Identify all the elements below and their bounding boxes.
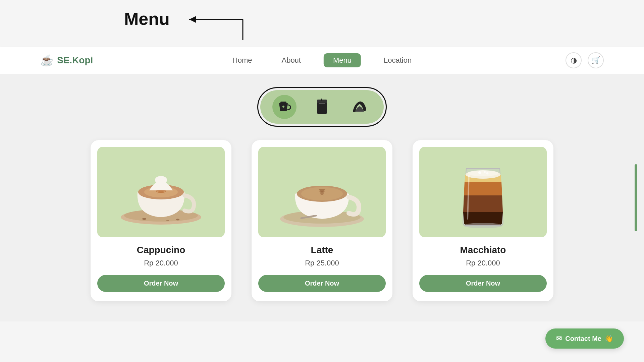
svg-point-27 — [464, 223, 502, 228]
svg-point-15 — [176, 219, 179, 221]
product-image-wrapper-cappucino — [97, 147, 225, 237]
svg-point-23 — [468, 170, 498, 176]
main-content: Cappucino Rp 20.000 Order Now — [0, 74, 644, 321]
nav-location[interactable]: Location — [377, 53, 418, 67]
svg-point-4 — [282, 106, 284, 108]
annotation-arrow-svg — [176, 10, 250, 40]
navbar: ☕ SE.Kopi Home About Menu Location ◑ 🛒 — [0, 47, 644, 74]
product-name-latte: Latte — [311, 245, 333, 255]
cappucino-image — [97, 152, 225, 232]
contact-mail-icon: ✉ — [556, 335, 562, 343]
svg-point-13 — [155, 176, 167, 184]
product-image-wrapper-latte — [258, 147, 386, 237]
cold-drink-icon — [315, 98, 329, 116]
order-button-cappucino[interactable]: Order Now — [97, 275, 225, 292]
cart-button[interactable]: 🛒 — [588, 52, 604, 68]
scroll-indicator — [635, 164, 637, 231]
category-coffee-button[interactable] — [272, 95, 297, 119]
latte-image — [258, 152, 386, 232]
product-image-wrapper-macchiato — [419, 147, 547, 237]
svg-point-25 — [484, 171, 486, 173]
logo-text: SE.Kopi — [57, 55, 93, 66]
macchiato-image — [419, 148, 547, 236]
product-card-cappucino: Cappucino Rp 20.000 Order Now — [91, 140, 231, 301]
product-name-macchiato: Macchiato — [460, 245, 506, 255]
svg-rect-8 — [319, 103, 325, 104]
coffee-cup-icon — [276, 99, 292, 115]
theme-toggle-button[interactable]: ◑ — [566, 52, 582, 68]
contact-label: Contact Me — [565, 335, 601, 343]
product-card-macchiato: Macchiato Rp 20.000 Order Now — [413, 140, 553, 301]
contact-me-button[interactable]: ✉ Contact Me 👋 — [545, 328, 624, 349]
contact-emoji: 👋 — [605, 335, 613, 343]
svg-point-14 — [142, 218, 146, 220]
nav-home[interactable]: Home — [226, 53, 259, 67]
annotation-text: Menu — [124, 10, 170, 27]
nav-about[interactable]: About — [275, 53, 308, 67]
product-card-latte: Latte Rp 25.000 Order Now — [252, 140, 392, 301]
product-name-cappucino: Cappucino — [137, 245, 185, 255]
svg-point-16 — [166, 220, 169, 221]
order-button-macchiato[interactable]: Order Now — [419, 275, 547, 292]
category-drink-button[interactable] — [310, 95, 334, 119]
product-price-cappucino: Rp 20.000 — [144, 259, 178, 267]
category-bar-wrapper — [40, 87, 604, 127]
category-pastry-button[interactable] — [347, 95, 372, 119]
product-price-macchiato: Rp 20.000 — [466, 259, 500, 267]
order-button-latte[interactable]: Order Now — [258, 275, 386, 292]
logo-icon: ☕ — [40, 54, 54, 67]
product-grid: Cappucino Rp 20.000 Order Now — [40, 140, 604, 301]
nav-menu[interactable]: Menu — [324, 53, 361, 67]
nav-actions: ◑ 🛒 — [566, 52, 604, 68]
svg-point-26 — [486, 172, 489, 175]
svg-rect-3 — [280, 102, 286, 103]
logo[interactable]: ☕ SE.Kopi — [40, 54, 93, 67]
svg-marker-2 — [189, 16, 196, 23]
product-price-latte: Rp 25.000 — [305, 259, 339, 267]
annotation-overlay: Menu — [124, 10, 250, 40]
nav-links: Home About Menu Location — [226, 53, 418, 67]
croissant-icon — [351, 100, 368, 114]
svg-rect-7 — [321, 99, 322, 101]
category-bar-outline — [257, 87, 387, 127]
category-bar — [260, 90, 384, 124]
svg-point-24 — [478, 171, 481, 174]
